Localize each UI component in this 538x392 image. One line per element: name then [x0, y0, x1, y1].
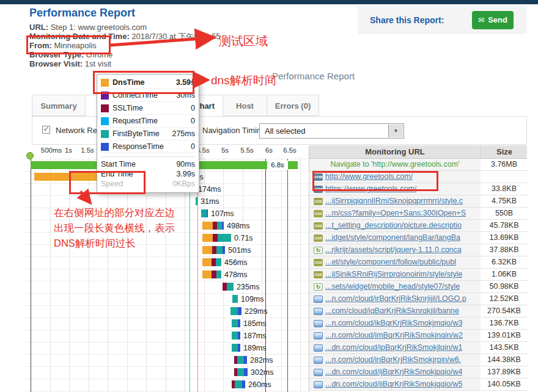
metric-name: SSLTime: [112, 104, 191, 112]
header-info-line: Browser Visit: 1st visit: [29, 59, 221, 68]
timings-dropdown[interactable]: All selected ▼: [259, 123, 404, 139]
url-cell: ...n.com/cloud/inBqrKrjRikSmokjrpin/w6.: [309, 354, 481, 366]
size-cell: 12.52KB: [481, 293, 528, 305]
monitoring-url-link[interactable]: ...et/style/component/follow/public/publ: [325, 256, 456, 268]
page-load-time-label: 6.8s: [267, 161, 288, 170]
monitoring-url-link[interactable]: ...n.com/cloud/inBqrKrjRikSmokjrpin/w6.: [325, 354, 461, 366]
url-cell: ↻...rjkrijr/assets/script/jquery-1.11.0.…: [309, 244, 481, 256]
waterfall-row[interactable]: 185ms: [24, 318, 309, 330]
info-value: Step 1: www.greetools.com: [48, 23, 147, 32]
request-timing-bar[interactable]: [232, 344, 240, 352]
url-cell: CSS...m/css?family=Open+Sans:300|Open+S: [309, 208, 481, 220]
request-timing-bar[interactable]: [202, 258, 221, 266]
tab-errors-0-[interactable]: Errors (0): [267, 95, 319, 116]
monitoring-url-link[interactable]: ...dn.com/cloud/ijBqrKrjRikSmokjpqio/w4: [325, 366, 462, 378]
table-row: ↻...rjkrijr/assets/script/jquery-1.11.0.…: [309, 244, 527, 256]
tooltip-metric-row: ConnectTime30ms: [101, 89, 195, 102]
monitoring-url-link[interactable]: ...ijSinikSRniRijSirrprqionoirim/style/s…: [325, 269, 462, 280]
monitoring-url-link[interactable]: ...rjkrijr/assets/script/jquery-1.11.0.c…: [325, 244, 462, 256]
waterfall-row[interactable]: 456ms: [24, 256, 309, 269]
ssl-segment: [223, 283, 227, 291]
network-requests-checkbox[interactable]: [42, 126, 50, 134]
image-icon: [314, 320, 323, 327]
request-time-label: 235ms: [237, 281, 260, 293]
request-timing-bar[interactable]: [202, 246, 225, 254]
firstbyte-segment: [216, 246, 223, 254]
response-segment: [244, 368, 248, 376]
request-timing-bar[interactable]: [232, 319, 240, 327]
chevron-down-icon[interactable]: ▼: [388, 125, 403, 137]
axis-tick: 6.5s: [278, 147, 302, 154]
request-timing-bar[interactable]: [223, 283, 234, 291]
table-row: HTMLhttp://www.greetools.com/: [309, 171, 527, 183]
dns-segment: [202, 246, 212, 254]
waterfall-row[interactable]: 282ms: [24, 354, 309, 366]
request-timing-bar[interactable]: [196, 197, 197, 205]
size-cell: 37.88KB: [481, 244, 528, 256]
size-cell: 144.38KB: [481, 354, 528, 366]
color-swatch: [101, 130, 109, 138]
tooltip-summary-row: Start Time90ms: [101, 159, 195, 169]
firstbyte-segment: [218, 234, 231, 242]
tooltip-metric-row: RequestTime0: [101, 115, 195, 128]
size-cell: 143.5KB: [481, 342, 528, 354]
waterfall-row[interactable]: 478ms: [24, 269, 309, 281]
waterfall-row[interactable]: 107ms: [24, 208, 309, 220]
monitoring-url-link[interactable]: http://www.greetools.com/: [325, 171, 413, 183]
waterfall-row[interactable]: 0.71s: [24, 232, 309, 244]
request-time-label: 107ms: [211, 208, 234, 220]
image-icon: [314, 332, 323, 339]
info-label: From:: [29, 41, 52, 50]
monitoring-url-link[interactable]: https://www.greetools.com/: [325, 183, 416, 195]
monitoring-url-link[interactable]: ...idget/style/component/langBar/langBa: [325, 232, 460, 244]
firstbyte-segment: [227, 283, 234, 291]
monitoring-url-link[interactable]: ...n.com/cloud/imBqrKrjRikSmokjnqin/w2: [325, 330, 463, 341]
request-timing-bar[interactable]: [232, 332, 240, 339]
waterfall-row[interactable]: 189ms: [24, 342, 309, 354]
monitoring-url-link[interactable]: ...m/css?family=Open+Sans:300|Open+S: [325, 208, 466, 219]
chart-start-marker[interactable]: [26, 152, 34, 159]
request-timing-bar[interactable]: [202, 234, 231, 242]
monitoring-url-link[interactable]: ...t_setting_description/picture.descrip…: [325, 220, 462, 231]
firstbyte-segment: [201, 209, 207, 217]
monitoring-url-link[interactable]: ...dn.com/cloud/ipBqrKrjRikSmokjlqin/w1: [325, 342, 462, 354]
waterfall-row[interactable]: 501ms: [24, 244, 309, 256]
url-cell: CSS...ijSirrpjqiqnnlIRmiSknojpqprrmrri/s…: [309, 195, 481, 208]
request-timing-bar[interactable]: [232, 380, 245, 388]
table-row: CSS...ijSirrpjqiqnnlIRmiSknojpqprrmrri/s…: [309, 195, 527, 208]
monitoring-url-link[interactable]: ...com/cloud/iqBqrKrjRikSknrqkjil/banne: [325, 305, 459, 317]
waterfall-row[interactable]: 260ms: [24, 379, 309, 391]
request-timing-bar[interactable]: [201, 209, 208, 217]
monitoring-url-link[interactable]: ...n.com/cloud/irBqrKrjRikSknrjijil/LOGO…: [325, 293, 466, 305]
waterfall-row[interactable]: 235ms: [24, 281, 309, 293]
navigate-label: Navigate to 'http://www.greetools.com': [309, 159, 481, 170]
monitoring-url-link[interactable]: ...n.com/cloud/ikBqrKrjRikSmokjmqio/w3: [325, 318, 462, 329]
tab-summary[interactable]: Summary: [32, 95, 86, 116]
info-label: URL:: [29, 23, 48, 32]
request-timing-bar[interactable]: [234, 368, 248, 376]
request-timing-bar[interactable]: [202, 222, 224, 230]
request-timing-bar[interactable]: [202, 270, 221, 278]
url-cell: ...n.com/cloud/irBqrKrjRikSknrjijil/LOGO…: [309, 293, 481, 305]
column-header-url: Monitoring URL: [309, 145, 481, 158]
header-info: URL: Step 1: www.greetools.comMonitoring…: [29, 23, 221, 68]
waterfall-row[interactable]: 31ms: [24, 195, 309, 208]
tab-host[interactable]: Host: [223, 95, 267, 116]
waterfall-row[interactable]: 302ms: [24, 366, 309, 379]
monitoring-url-link[interactable]: ...sets/widget/mobile_head/style07/style: [325, 281, 460, 292]
timings-dropdown-value: All selected: [265, 124, 305, 138]
request-timing-bar[interactable]: [230, 307, 241, 315]
monitoring-url-link[interactable]: ...ijSirrpjqiqnnlIRmiSknojpqprrmrri/styl…: [325, 195, 463, 207]
request-time-label: 478ms: [224, 269, 248, 281]
waterfall-row[interactable]: 187ms: [24, 330, 309, 342]
request-timing-bar[interactable]: [232, 295, 238, 303]
request-timing-bar[interactable]: [234, 356, 247, 364]
waterfall-row[interactable]: 109ms: [24, 293, 309, 305]
tooltip-summary-row: End Time3.99s: [101, 169, 195, 179]
table-row: CSS...m/css?family=Open+Sans:300|Open+S5…: [309, 208, 527, 220]
response-segment: [242, 380, 245, 388]
send-button[interactable]: ✉Send: [472, 11, 514, 29]
waterfall-row[interactable]: 229ms: [24, 305, 309, 318]
waterfall-row[interactable]: 498ms: [24, 220, 309, 232]
monitoring-url-link[interactable]: ...dn.com/cloud/iiBqrKrjRikSmokjqqio/w5: [325, 379, 462, 390]
